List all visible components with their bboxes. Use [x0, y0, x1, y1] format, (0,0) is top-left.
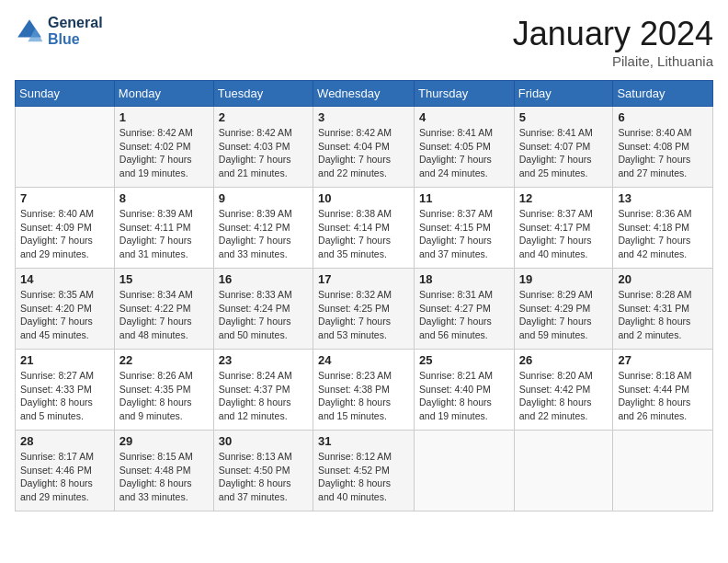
calendar-day-cell: 29Sunrise: 8:15 AMSunset: 4:48 PMDayligh… [114, 431, 213, 511]
day-info: Sunrise: 8:41 AMSunset: 4:05 PMDaylight:… [419, 126, 509, 180]
calendar-day-cell: 30Sunrise: 8:13 AMSunset: 4:50 PMDayligh… [213, 431, 313, 511]
calendar-day-cell: 7Sunrise: 8:40 AMSunset: 4:09 PMDaylight… [16, 188, 115, 269]
calendar-day-cell [16, 107, 115, 188]
day-number: 30 [219, 434, 308, 448]
day-number: 2 [219, 110, 308, 124]
day-number: 1 [119, 110, 209, 124]
calendar-day-cell: 2Sunrise: 8:42 AMSunset: 4:03 PMDaylight… [213, 107, 313, 188]
day-info: Sunrise: 8:31 AMSunset: 4:27 PMDaylight:… [419, 288, 509, 342]
weekday-header-thursday: Thursday [415, 81, 515, 107]
calendar-day-cell: 31Sunrise: 8:12 AMSunset: 4:52 PMDayligh… [313, 431, 415, 511]
logo-text: General Blue [48, 15, 103, 47]
calendar-day-cell: 14Sunrise: 8:35 AMSunset: 4:20 PMDayligh… [16, 269, 115, 350]
day-info: Sunrise: 8:36 AMSunset: 4:18 PMDaylight:… [618, 207, 708, 261]
month-title: January 2024 [513, 15, 713, 53]
day-number: 23 [219, 353, 308, 367]
calendar-day-cell: 28Sunrise: 8:17 AMSunset: 4:46 PMDayligh… [16, 431, 115, 511]
day-number: 7 [20, 191, 109, 205]
day-info: Sunrise: 8:17 AMSunset: 4:46 PMDaylight:… [20, 450, 109, 504]
calendar-day-cell: 5Sunrise: 8:41 AMSunset: 4:07 PMDaylight… [514, 107, 613, 188]
calendar-day-cell: 3Sunrise: 8:42 AMSunset: 4:04 PMDaylight… [313, 107, 415, 188]
day-number: 5 [519, 110, 609, 124]
day-number: 11 [419, 191, 509, 205]
day-number: 16 [219, 272, 308, 286]
calendar-week-row: 14Sunrise: 8:35 AMSunset: 4:20 PMDayligh… [16, 269, 713, 350]
day-number: 3 [318, 110, 409, 124]
day-info: Sunrise: 8:29 AMSunset: 4:29 PMDaylight:… [519, 288, 609, 342]
calendar-day-cell: 23Sunrise: 8:24 AMSunset: 4:37 PMDayligh… [213, 350, 313, 431]
calendar-week-row: 7Sunrise: 8:40 AMSunset: 4:09 PMDaylight… [16, 188, 713, 269]
day-number: 19 [519, 272, 609, 286]
calendar-day-cell: 22Sunrise: 8:26 AMSunset: 4:35 PMDayligh… [114, 350, 213, 431]
calendar-day-cell [613, 431, 713, 511]
calendar-day-cell [514, 431, 613, 511]
calendar-day-cell: 18Sunrise: 8:31 AMSunset: 4:27 PMDayligh… [415, 269, 515, 350]
day-number: 9 [219, 191, 308, 205]
weekday-header-wednesday: Wednesday [313, 81, 415, 107]
calendar-day-cell: 6Sunrise: 8:40 AMSunset: 4:08 PMDaylight… [613, 107, 713, 188]
location: Pilaite, Lithuania [513, 53, 713, 69]
day-info: Sunrise: 8:23 AMSunset: 4:38 PMDaylight:… [318, 369, 409, 423]
day-info: Sunrise: 8:24 AMSunset: 4:37 PMDaylight:… [219, 369, 308, 423]
weekday-header-friday: Friday [514, 81, 613, 107]
day-info: Sunrise: 8:12 AMSunset: 4:52 PMDaylight:… [318, 450, 409, 504]
day-number: 27 [618, 353, 708, 367]
logo-icon [15, 17, 44, 46]
day-number: 25 [419, 353, 509, 367]
calendar-day-cell: 4Sunrise: 8:41 AMSunset: 4:05 PMDaylight… [415, 107, 515, 188]
day-number: 21 [20, 353, 109, 367]
day-info: Sunrise: 8:42 AMSunset: 4:02 PMDaylight:… [119, 126, 209, 180]
day-info: Sunrise: 8:42 AMSunset: 4:04 PMDaylight:… [318, 126, 409, 180]
day-info: Sunrise: 8:39 AMSunset: 4:11 PMDaylight:… [119, 207, 209, 261]
day-info: Sunrise: 8:32 AMSunset: 4:25 PMDaylight:… [318, 288, 409, 342]
day-number: 28 [20, 434, 109, 448]
calendar-day-cell: 17Sunrise: 8:32 AMSunset: 4:25 PMDayligh… [313, 269, 415, 350]
day-number: 22 [119, 353, 209, 367]
calendar-day-cell: 11Sunrise: 8:37 AMSunset: 4:15 PMDayligh… [415, 188, 515, 269]
day-info: Sunrise: 8:40 AMSunset: 4:09 PMDaylight:… [20, 207, 109, 261]
day-info: Sunrise: 8:34 AMSunset: 4:22 PMDaylight:… [119, 288, 209, 342]
day-info: Sunrise: 8:37 AMSunset: 4:15 PMDaylight:… [419, 207, 509, 261]
day-number: 18 [419, 272, 509, 286]
calendar-day-cell: 20Sunrise: 8:28 AMSunset: 4:31 PMDayligh… [613, 269, 713, 350]
calendar-week-row: 21Sunrise: 8:27 AMSunset: 4:33 PMDayligh… [16, 350, 713, 431]
day-number: 4 [419, 110, 509, 124]
calendar-table: SundayMondayTuesdayWednesdayThursdayFrid… [15, 80, 713, 511]
calendar-day-cell: 8Sunrise: 8:39 AMSunset: 4:11 PMDaylight… [114, 188, 213, 269]
calendar-day-cell: 26Sunrise: 8:20 AMSunset: 4:42 PMDayligh… [514, 350, 613, 431]
day-info: Sunrise: 8:40 AMSunset: 4:08 PMDaylight:… [618, 126, 708, 180]
calendar-day-cell: 21Sunrise: 8:27 AMSunset: 4:33 PMDayligh… [16, 350, 115, 431]
day-info: Sunrise: 8:38 AMSunset: 4:14 PMDaylight:… [318, 207, 409, 261]
calendar-day-cell: 24Sunrise: 8:23 AMSunset: 4:38 PMDayligh… [313, 350, 415, 431]
calendar-day-cell: 13Sunrise: 8:36 AMSunset: 4:18 PMDayligh… [613, 188, 713, 269]
day-number: 24 [318, 353, 409, 367]
day-number: 26 [519, 353, 609, 367]
day-number: 29 [119, 434, 209, 448]
calendar-week-row: 1Sunrise: 8:42 AMSunset: 4:02 PMDaylight… [16, 107, 713, 188]
calendar-day-cell: 15Sunrise: 8:34 AMSunset: 4:22 PMDayligh… [114, 269, 213, 350]
weekday-header-tuesday: Tuesday [213, 81, 313, 107]
calendar-day-cell: 19Sunrise: 8:29 AMSunset: 4:29 PMDayligh… [514, 269, 613, 350]
day-info: Sunrise: 8:21 AMSunset: 4:40 PMDaylight:… [419, 369, 509, 423]
day-number: 14 [20, 272, 109, 286]
calendar-day-cell [415, 431, 515, 511]
logo: General Blue [15, 15, 103, 47]
weekday-header-sunday: Sunday [16, 81, 115, 107]
weekday-header-row: SundayMondayTuesdayWednesdayThursdayFrid… [16, 81, 713, 107]
day-number: 15 [119, 272, 209, 286]
day-info: Sunrise: 8:15 AMSunset: 4:48 PMDaylight:… [119, 450, 209, 504]
calendar-day-cell: 16Sunrise: 8:33 AMSunset: 4:24 PMDayligh… [213, 269, 313, 350]
day-info: Sunrise: 8:26 AMSunset: 4:35 PMDaylight:… [119, 369, 209, 423]
day-info: Sunrise: 8:13 AMSunset: 4:50 PMDaylight:… [219, 450, 308, 504]
day-info: Sunrise: 8:42 AMSunset: 4:03 PMDaylight:… [219, 126, 308, 180]
calendar-week-row: 28Sunrise: 8:17 AMSunset: 4:46 PMDayligh… [16, 431, 713, 511]
day-number: 6 [618, 110, 708, 124]
day-info: Sunrise: 8:33 AMSunset: 4:24 PMDaylight:… [219, 288, 308, 342]
page-header: General Blue January 2024 Pilaite, Lithu… [15, 15, 713, 69]
title-block: January 2024 Pilaite, Lithuania [513, 15, 713, 69]
weekday-header-monday: Monday [114, 81, 213, 107]
weekday-header-saturday: Saturday [613, 81, 713, 107]
day-info: Sunrise: 8:18 AMSunset: 4:44 PMDaylight:… [618, 369, 708, 423]
day-number: 31 [318, 434, 409, 448]
day-number: 13 [618, 191, 708, 205]
